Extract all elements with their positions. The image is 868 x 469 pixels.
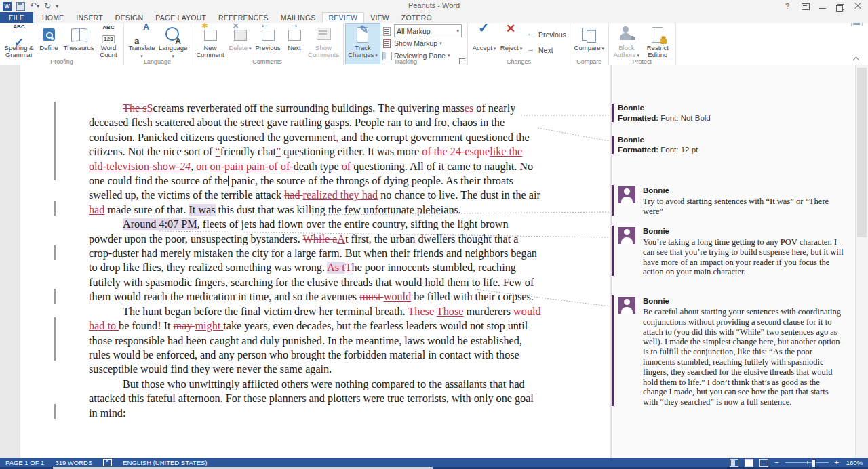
comment-card[interactable]: BonnieTry to avoid starting sentences wi… [612,184,848,217]
text-run: But those who unwittingly afflicted othe… [89,378,534,420]
translate-icon [132,25,151,44]
document-area: The sScreams reverberated off the surrou… [0,65,868,458]
paragraph: Around 4:07 PM, fleets of jets had flown… [89,218,542,304]
web-layout-button[interactable] [760,459,768,467]
zoom-in-button[interactable]: + [835,459,839,466]
track-changes-icon [353,25,372,44]
tracked-change-ins: realized they had [303,189,378,201]
comment-text: Try to avoid starting sentences with “It… [643,197,844,217]
next-change-button[interactable]: Next [527,45,566,55]
change-bar [54,102,56,180]
next-comment-icon [285,25,304,44]
text-run: death type [294,161,342,173]
tab-references[interactable]: REFERENCES [212,12,275,23]
tab-zotero[interactable]: ZOTERO [395,12,438,23]
tab-page-layout[interactable]: PAGE LAYOUT [149,12,212,23]
tab-view[interactable]: VIEW [364,12,395,23]
comment-card[interactable]: BonnieYou’re taking a long time getting … [612,225,848,277]
show-markup-button[interactable]: Show Markup▾ [382,38,462,48]
comment-author: Bonnie [643,225,848,237]
define-icon [39,25,58,44]
chevron-down-icon: ▾ [456,28,459,34]
document-text[interactable]: The sScreams reverberated off the surrou… [89,102,542,421]
format-change-body: Formatted: Font: 12 pt [618,145,848,155]
spelling-icon [9,25,28,44]
format-change-text: Font: 12 pt [660,146,698,154]
format-change-card[interactable]: BonnieFormatted: Font: 12 pt [612,135,848,155]
page-indicator[interactable]: PAGE 1 OF 1 [0,458,50,467]
format-change-text: Font: Not Bold [660,114,711,122]
format-change-card[interactable]: BonnieFormatted: Font: Not Bold [612,103,848,123]
vertical-scrollbar[interactable] [855,65,868,458]
zoom-slider[interactable] [785,462,829,463]
language-indicator[interactable]: ENGLISH (UNITED STATES) [117,458,212,467]
tab-review[interactable]: REVIEW [322,12,365,23]
ribbon-display-options-button[interactable] [797,1,812,12]
previous-change-button[interactable]: Previous [527,29,566,39]
tracked-change-ins: had [89,204,104,216]
text-run: made sure of that. [104,204,189,216]
scrollbar-thumb[interactable] [857,68,867,237]
tracked-change-ins: “ [216,146,220,158]
tab-mailings[interactable]: MAILINGS [275,12,322,23]
new-comment-icon [201,25,220,44]
tracked-change-del: These [408,306,436,318]
group-protect: Block Authors Restrict Editing Protect [609,23,676,66]
tracked-change-del: pain [224,161,246,173]
comment-anchor-text: As t [327,262,345,274]
comment-author: Bonnie [643,184,848,196]
next-change-icon [527,45,536,54]
show-markup-icon [382,39,391,47]
restore-button[interactable] [833,1,848,12]
word-window: ↶▾ ↻ ▾ Peanuts - Word ? FILEHOMEINSERTDE… [0,0,868,469]
read-mode-button[interactable] [730,459,738,467]
tracked-change-del: of [269,161,281,173]
display-for-review-select[interactable]: All Markup▾ [394,24,462,37]
tracked-change-ins: S [147,102,153,115]
minimize-button[interactable] [815,1,830,12]
close-button[interactable] [850,1,865,12]
collapse-ribbon-icon[interactable] [853,57,860,64]
paragraph: The sScreams reverberated off the surrou… [89,102,542,218]
zoom-level[interactable]: 160% [845,459,863,466]
ribbon: Spelling & Grammar Define Thesaurus Word… [0,22,868,66]
tab-file[interactable]: FILE [0,12,33,23]
markup-view-icon [382,26,391,35]
word-count-indicator[interactable]: 319 WORDS [50,458,98,467]
comment-text: Be careful about starting your sentences… [643,307,844,407]
delete-comment-icon [231,25,250,44]
tab-home[interactable]: HOME [36,12,70,23]
comment-card[interactable]: BonnieBe careful about starting your sen… [612,295,848,407]
tracked-change-del: would [513,306,540,318]
print-layout-button[interactable] [745,459,753,467]
tab-design[interactable]: DESIGN [109,12,149,23]
accept-icon [475,25,494,44]
zoom-out-button[interactable]: − [774,459,778,466]
author-avatar-icon [618,297,635,314]
comment-anchor-text: It was [189,204,215,216]
change-bar [54,245,56,260]
tracking-dialog-launcher-icon[interactable] [459,58,465,64]
document-page[interactable]: The sScreams reverberated off the surrou… [20,65,610,458]
window-title: Peanuts - Word [0,1,868,9]
author-avatar-icon [618,186,635,203]
tab-insert[interactable]: INSERT [70,12,109,23]
tracked-change-ins: A [337,233,345,245]
markup-area: BonnieFormatted: Font: Not BoldBonnieFor… [611,65,856,458]
help-button[interactable]: ? [780,1,795,12]
tracked-change-del: on [196,161,210,173]
tracked-change-ins: es [465,102,473,115]
tracked-change-ins: might [195,320,223,332]
compare-icon [580,25,599,44]
text-run: friendly chat [220,146,276,158]
block-authors-icon [617,25,636,44]
previous-change-icon [527,30,536,39]
tracked-change-del: of the 24-esque [422,146,490,158]
status-bar: PAGE 1 OF 1 319 WORDS ENGLISH (UNITED ST… [0,458,868,467]
comment-text: You’re taking a long time getting to any… [643,237,844,277]
ribbon-tabs: FILEHOMEINSERTDESIGNPAGE LAYOUTREFERENCE… [0,12,868,23]
proofing-status-icon[interactable] [103,459,112,466]
text-run: The hunt began before the final victim d… [123,306,408,318]
change-bar [54,289,56,304]
comment-author: Bonnie [643,295,848,306]
